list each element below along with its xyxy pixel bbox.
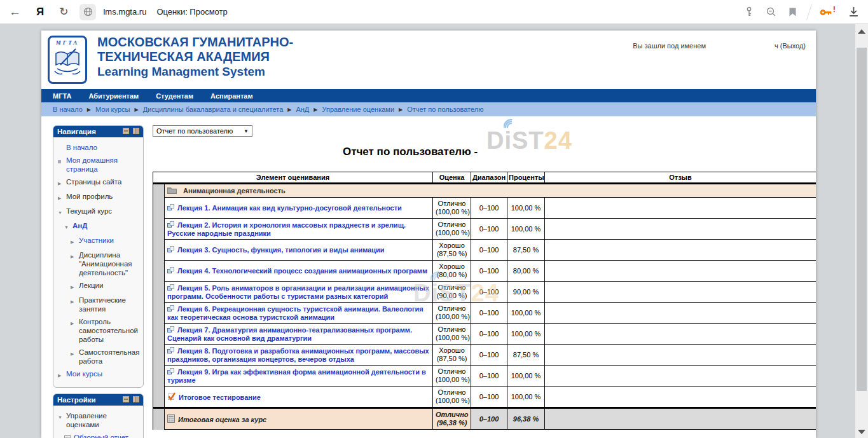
navbar-item[interactable]: МГТА xyxy=(53,92,71,100)
sidebar-item[interactable]: ▶Дисциплина "Анимационная деятельность" xyxy=(70,249,141,279)
range-cell: 0–100 xyxy=(471,366,507,387)
tree-collapsed-icon: ▶ xyxy=(58,177,66,188)
breadcrumb-link[interactable]: АнД xyxy=(296,106,309,113)
range-cell: 0–100 xyxy=(471,198,507,219)
grade-item-cell: Лекция 4. Технологический процесс создан… xyxy=(165,261,433,282)
block-dock-icon[interactable] xyxy=(133,128,139,134)
page-content: Навигация В началоМоя домашняя страница▶… xyxy=(41,116,816,438)
feedback-cell xyxy=(545,198,816,219)
scroll-up-icon[interactable] xyxy=(858,29,865,34)
grade-item-link[interactable]: Лекция 9. Игра как эффективная форма ани… xyxy=(167,368,426,384)
breadcrumb-separator-icon: ▶ xyxy=(134,107,138,113)
sidebar-item[interactable]: ▼АнД xyxy=(64,219,141,234)
feedback-cell xyxy=(545,261,816,282)
sidebar-item-label: Участники xyxy=(79,236,114,247)
sidebar-item[interactable]: Обзорный отчет xyxy=(64,431,141,438)
block-dock-icon[interactable] xyxy=(133,396,139,402)
grade-cell: Отлично (100,00 %) xyxy=(433,303,471,324)
navigation-block-header: Навигация xyxy=(53,126,143,137)
bookmark-icon[interactable] xyxy=(789,8,796,17)
sidebar-item[interactable]: ▶Участники xyxy=(70,234,141,249)
grade-row: Лекция 5. Роль аниматоров в организации … xyxy=(153,282,816,303)
vertical-scrollbar[interactable] xyxy=(855,24,868,438)
sidebar-item[interactable]: ▶Самостоятельная работа xyxy=(70,346,141,367)
block-collapse-icon[interactable] xyxy=(123,396,129,402)
logout-link[interactable]: ч (Выход) xyxy=(775,42,806,50)
sidebar-item[interactable]: ▶Мой профиль xyxy=(57,190,141,205)
grade-item-link[interactable]: Лекция 3. Сущность, функция, типология и… xyxy=(177,246,385,254)
protect-key-icon[interactable]: ! xyxy=(820,7,833,17)
site-globe-icon[interactable] xyxy=(79,4,96,20)
scroll-down-icon[interactable] xyxy=(858,430,865,434)
grade-item-link[interactable]: Лекция 7. Драматургия анимационно-театра… xyxy=(167,326,412,342)
grade-cell: Отлично (100,00 %) xyxy=(433,366,471,387)
breadcrumb: В начало▶Мои курсы▶Дисциплины бакалавриа… xyxy=(41,102,816,116)
report-type-select[interactable]: Отчет по пользователю ▼ xyxy=(153,125,252,137)
download-icon[interactable] xyxy=(848,6,859,17)
yandex-browser-icon[interactable]: Я xyxy=(36,6,44,18)
percent-cell: 100,00 % xyxy=(507,198,545,219)
sidebar-item-label: В начало xyxy=(66,143,97,152)
academy-title: МОСКОВСКАЯ ГУМАНИТАРНО- ТЕХНИЧЕСКАЯ АКАД… xyxy=(97,35,293,79)
sidebar-item[interactable]: ▼Управление оценками xyxy=(57,409,141,431)
sidebar-item-label: Дисциплина "Анимационная деятельность" xyxy=(79,250,140,277)
sidebar-item[interactable]: В начало xyxy=(57,141,141,154)
breadcrumb-link[interactable]: Управление оценками xyxy=(322,106,394,113)
breadcrumb-link[interactable]: Отчет по пользователю xyxy=(407,106,483,113)
password-key-icon[interactable] xyxy=(745,6,754,17)
row-indent-cell xyxy=(153,408,165,430)
navbar-item[interactable]: Студентам xyxy=(156,92,193,100)
back-icon[interactable]: ← xyxy=(9,5,21,19)
sidebar-item[interactable]: ▶Мои курсы xyxy=(57,367,141,382)
sidebar-item[interactable]: ▶Практические занятия xyxy=(70,294,141,315)
grade-item-cell: Лекция 6. Рекреационная сущность туристс… xyxy=(165,303,433,324)
quiz-icon xyxy=(167,392,176,402)
refresh-icon[interactable]: ↻ xyxy=(59,5,68,18)
grade-item-link[interactable]: Лекция 5. Роль аниматоров в организации … xyxy=(167,284,429,300)
row-indent-cell xyxy=(153,261,165,282)
tree-expanded-icon: ▼ xyxy=(58,411,66,429)
tree-expanded-icon: ▼ xyxy=(58,207,66,217)
tree-collapsed-icon: ▶ xyxy=(71,281,79,292)
breadcrumb-link[interactable]: Дисциплины бакалавриата и специалитета xyxy=(143,106,284,113)
breadcrumb-link[interactable]: В начало xyxy=(53,106,83,113)
alert-badge: ! xyxy=(833,4,836,14)
feedback-cell xyxy=(545,282,816,303)
settings-tree: ▼Управление оценкамиОбзорный отчетОтчет … xyxy=(57,409,141,438)
grade-item-link[interactable]: Лекция 8. Подготовка и разработка анимац… xyxy=(167,347,429,363)
sidebar-item[interactable]: ▶Страницы сайта xyxy=(57,175,141,190)
tree-none-icon xyxy=(58,143,66,152)
navbar-item[interactable]: Абитуриентам xyxy=(88,92,139,100)
zoom-out-icon[interactable] xyxy=(766,7,776,17)
block-collapse-icon[interactable] xyxy=(123,128,129,134)
sidebar-item[interactable]: Моя домашняя страница xyxy=(57,154,141,175)
omnibox-edge xyxy=(806,4,812,20)
grade-row: Итоговое тестированиеОтлично (100,00 %)0… xyxy=(153,387,816,408)
address-url[interactable]: lms.mgta.ru xyxy=(103,7,146,17)
grade-row: Лекция 1. Анимация как вид культурно-дос… xyxy=(153,198,816,219)
grade-item-link[interactable]: Лекция 6. Рекреационная сущность туристс… xyxy=(167,305,424,321)
navbar-item[interactable]: Аспирантам xyxy=(210,92,252,100)
grade-item-link[interactable]: Лекция 4. Технологический процесс создан… xyxy=(177,267,427,275)
range-cell: 0–100 xyxy=(471,324,507,345)
tree-collapsed-icon: ▶ xyxy=(71,250,79,277)
grade-item-cell: Итоговая оценка за курс xyxy=(165,408,433,430)
sidebar-item[interactable]: ▶Лекции xyxy=(70,279,141,294)
feedback-cell xyxy=(545,408,816,430)
academy-title-line2: ТЕХНИЧЕСКАЯ АКАДЕМИЯ xyxy=(97,50,293,64)
range-cell: 0–100 xyxy=(471,345,507,366)
row-indent-cell xyxy=(153,324,165,345)
range-cell: 0–100 xyxy=(471,219,507,240)
sidebar-item[interactable]: ▼Текущий курс xyxy=(57,205,141,219)
scrollbar-thumb[interactable] xyxy=(857,48,867,391)
range-cell: 0–100 xyxy=(471,387,507,408)
grade-row: Лекция 8. Подготовка и разработка анимац… xyxy=(153,345,816,366)
sidebar-item[interactable]: ▶Контроль самостоятельной работы xyxy=(70,315,141,346)
grade-item-link[interactable]: Итоговое тестирование xyxy=(179,394,261,401)
grade-item-link[interactable]: Лекция 1. Анимация как вид культурно-дос… xyxy=(177,204,402,212)
breadcrumb-link[interactable]: Мои курсы xyxy=(95,106,130,113)
grade-item-link[interactable]: Лекция 2. История и хронология массовых … xyxy=(167,221,406,237)
report-type-value: Отчет по пользователю xyxy=(156,127,233,135)
course-total-label: Итоговая оценка за курс xyxy=(178,416,266,423)
sidebar-item-label: Самостоятельная работа xyxy=(79,348,140,366)
